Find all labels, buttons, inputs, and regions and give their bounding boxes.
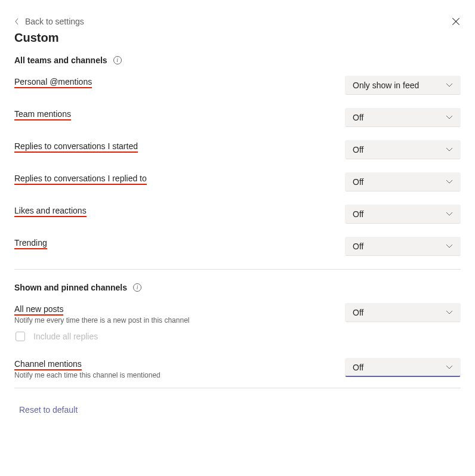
section-heading-all-teams: All teams and channels	[14, 55, 107, 65]
dropdown-value: Off	[353, 308, 363, 317]
chevron-down-icon	[446, 83, 453, 88]
page-title: Custom	[14, 31, 461, 45]
chevron-down-icon	[446, 365, 453, 370]
chevron-down-icon	[446, 212, 453, 217]
back-to-settings-link[interactable]: Back to settings	[14, 17, 84, 26]
dropdown-replies-replied[interactable]: Off	[345, 172, 461, 191]
label-channel-mentions: Channel mentions	[14, 359, 82, 370]
label-personal-mentions: Personal @mentions	[14, 77, 92, 88]
label-likes-reactions: Likes and reactions	[14, 206, 87, 217]
dropdown-value: Off	[353, 209, 363, 219]
include-replies-label: Include all replies	[33, 332, 98, 341]
dropdown-replies-started[interactable]: Off	[345, 140, 461, 159]
chevron-left-icon	[14, 18, 19, 25]
dropdown-value: Off	[353, 177, 363, 187]
dropdown-team-mentions[interactable]: Off	[345, 108, 461, 127]
label-team-mentions: Team mentions	[14, 109, 71, 120]
dropdown-all-new-posts[interactable]: Off	[345, 303, 461, 322]
label-all-new-posts: All new posts	[14, 304, 63, 316]
dropdown-value: Off	[353, 113, 363, 122]
chevron-down-icon	[446, 180, 453, 184]
section-heading-pinned: Shown and pinned channels	[14, 283, 127, 292]
dropdown-likes-reactions[interactable]: Off	[345, 205, 461, 224]
chevron-down-icon	[446, 147, 453, 152]
label-replies-started: Replies to conversations I started	[14, 141, 138, 153]
chevron-down-icon	[446, 310, 453, 315]
include-replies-checkbox[interactable]	[16, 332, 25, 341]
divider	[14, 388, 461, 388]
hint-all-new-posts: Notify me every time there is a new post…	[14, 316, 331, 324]
divider	[14, 269, 461, 270]
chevron-down-icon	[446, 115, 453, 120]
hint-channel-mentions: Notify me each time this channel is ment…	[14, 371, 331, 379]
dropdown-value: Only show in feed	[353, 81, 419, 90]
close-icon[interactable]	[451, 17, 461, 26]
label-replies-replied: Replies to conversations I replied to	[14, 174, 147, 185]
info-icon[interactable]: i	[113, 56, 122, 64]
chevron-down-icon	[446, 244, 453, 249]
reset-to-default-link[interactable]: Reset to default	[19, 405, 78, 415]
dropdown-value: Off	[353, 363, 363, 372]
dropdown-value: Off	[353, 145, 363, 154]
back-label: Back to settings	[25, 17, 84, 26]
dropdown-channel-mentions[interactable]: Off	[345, 358, 461, 377]
info-icon[interactable]: i	[133, 283, 141, 292]
dropdown-value: Off	[353, 242, 363, 251]
label-trending: Trending	[14, 238, 47, 249]
dropdown-personal-mentions[interactable]: Only show in feed	[345, 76, 461, 95]
dropdown-trending[interactable]: Off	[345, 237, 461, 256]
